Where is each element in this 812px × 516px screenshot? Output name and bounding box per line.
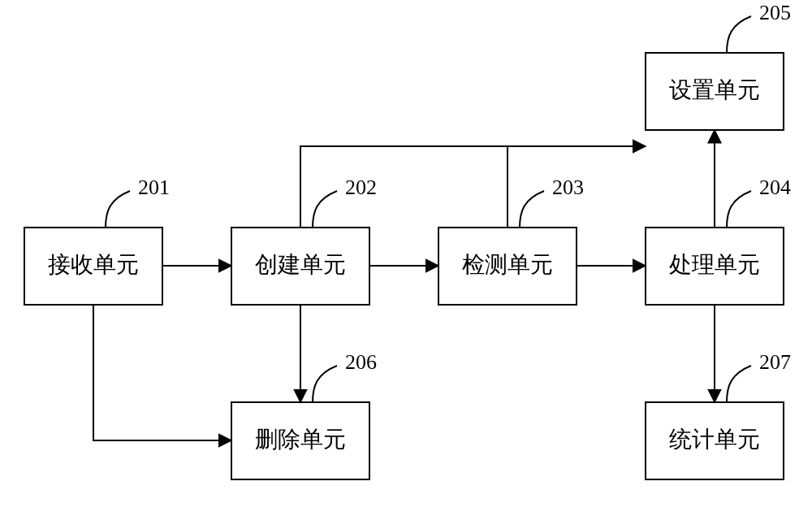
leader-204 — [727, 191, 751, 228]
node-201-label: 接收单元 — [48, 252, 139, 277]
node-206: 删除单元 — [231, 402, 369, 479]
num-205: 205 — [759, 1, 791, 24]
leader-205 — [727, 16, 751, 53]
edge-201-206 — [93, 305, 231, 440]
num-203: 203 — [552, 176, 584, 199]
leader-201 — [106, 191, 130, 228]
diagram-canvas: 接收单元 创建单元 检测单元 处理单元 设置单元 删除单元 统计单元 201 2… — [0, 0, 812, 516]
num-207: 207 — [759, 350, 791, 374]
num-201: 201 — [138, 176, 170, 199]
num-202: 202 — [345, 176, 377, 199]
leader-206 — [313, 366, 337, 402]
node-202: 创建单元 — [231, 228, 369, 305]
node-205-label: 设置单元 — [669, 77, 760, 102]
leader-202 — [313, 191, 337, 228]
node-203: 检测单元 — [438, 228, 577, 305]
leader-203 — [520, 191, 544, 228]
node-203-label: 检测单元 — [462, 252, 553, 277]
node-207: 统计单元 — [646, 402, 784, 479]
node-207-label: 统计单元 — [669, 427, 760, 452]
node-204-label: 处理单元 — [669, 252, 760, 277]
node-202-label: 创建单元 — [255, 252, 346, 277]
node-201: 接收单元 — [24, 228, 162, 305]
node-204: 处理单元 — [646, 228, 784, 305]
node-206-label: 删除单元 — [255, 427, 346, 452]
num-206: 206 — [345, 350, 377, 374]
node-205: 设置单元 — [646, 53, 784, 130]
leader-207 — [727, 366, 751, 402]
num-204: 204 — [759, 176, 791, 199]
